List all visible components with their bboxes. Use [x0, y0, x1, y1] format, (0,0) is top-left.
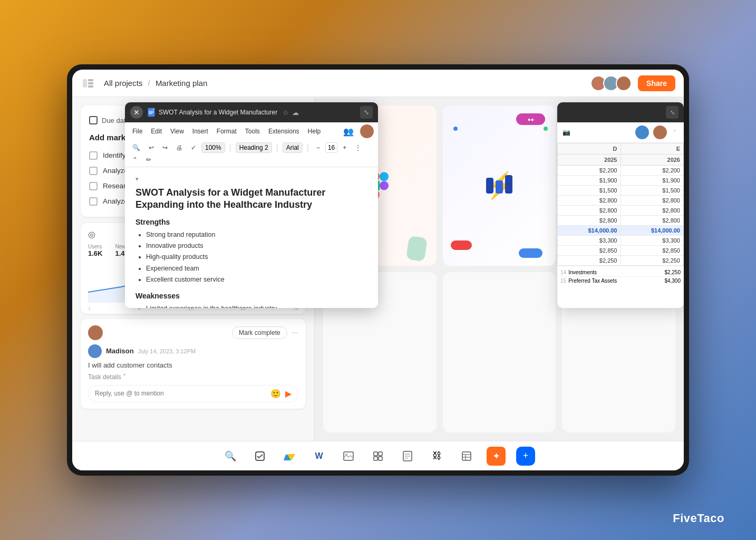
- gdoc-menu-view[interactable]: View: [167, 127, 187, 136]
- app-card-bottom-2[interactable]: [443, 272, 556, 432]
- gdoc-menu-edit[interactable]: Edit: [148, 127, 165, 136]
- print-button[interactable]: 🖨: [173, 143, 186, 152]
- more-options-icon[interactable]: ···: [292, 328, 298, 338]
- svg-rect-20: [149, 113, 152, 114]
- gdoc-share-users-icon[interactable]: 👥: [343, 127, 354, 137]
- svg-rect-9: [486, 178, 493, 194]
- gdoc-menu-tools[interactable]: Tools: [242, 127, 263, 136]
- add-toolbar-button[interactable]: +: [516, 447, 535, 466]
- gdoc-close-button[interactable]: ✕: [130, 106, 143, 119]
- sheet-expand-button[interactable]: ⤡: [666, 106, 679, 119]
- commenter-name: Madison: [106, 347, 134, 355]
- gdoc-app-bar: File Edit View Insert Format Tools Exten…: [125, 122, 378, 167]
- link-toolbar-button[interactable]: ⛓: [428, 447, 447, 466]
- notes-toolbar-button[interactable]: [398, 447, 417, 466]
- commenter-avatar: [88, 344, 102, 358]
- check-toolbar-button[interactable]: [250, 447, 269, 466]
- google-drive-toolbar-button[interactable]: [280, 447, 299, 466]
- svg-rect-31: [374, 457, 377, 460]
- task-checkbox-2[interactable]: [89, 167, 98, 175]
- make-logo-svg: [481, 167, 518, 204]
- font-select[interactable]: Arial: [283, 142, 303, 153]
- col-d-header: D: [558, 143, 621, 155]
- dot-blue: [453, 127, 458, 131]
- task-checkbox-1[interactable]: [89, 151, 98, 160]
- collaborators-avatars: [590, 75, 632, 91]
- gdoc-weaknesses-title: Weaknesses: [135, 292, 367, 300]
- heading-select[interactable]: Heading 2: [236, 142, 272, 153]
- spreadsheet-panel[interactable]: ⤡ 📷 ˄ D E: [557, 102, 684, 308]
- year-2026-header: 2026: [621, 155, 684, 166]
- gdoc-menu-format[interactable]: Format: [214, 127, 240, 136]
- gdoc-menu-help[interactable]: Help: [305, 127, 324, 136]
- gdoc-title-area: SWOT Analysis for a Widget Manufacturer …: [147, 108, 356, 117]
- sparkle-toolbar-button[interactable]: ✦: [487, 447, 506, 466]
- list-item: High-quality products: [146, 252, 367, 263]
- undo-button[interactable]: ↩: [146, 143, 157, 152]
- table-row: $2,800 $2,800: [558, 216, 684, 226]
- svg-rect-1: [88, 79, 93, 81]
- list-item: Strong brand reputation: [146, 229, 367, 240]
- table-total-row: $14,000.00 $14,000.00: [558, 226, 684, 236]
- font-size-value: 16: [325, 142, 337, 153]
- more-tools-button[interactable]: ⋮: [352, 143, 364, 152]
- stat-users: Users 1.6K: [88, 244, 102, 257]
- gdoc-strengths-title: Strengths: [135, 218, 367, 226]
- bubble-blue: [519, 248, 542, 258]
- gdoc-modal[interactable]: ✕ SWOT Analysis for a Widget Manufacture…: [125, 102, 378, 308]
- table-toolbar-button[interactable]: [457, 447, 476, 466]
- dot-green: [544, 127, 548, 131]
- font-size-decrease[interactable]: −: [313, 143, 323, 152]
- make-card[interactable]: ⚡ ●●: [443, 105, 556, 266]
- main-content: Due date: Jul 16, 2023 Add marketing res…: [72, 97, 684, 441]
- font-size-increase[interactable]: +: [340, 143, 350, 152]
- toggle-toolbar-button[interactable]: ⌃: [129, 155, 141, 165]
- gdoc-user-avatar: [360, 124, 374, 138]
- table-row: $2,800 $2,800: [558, 206, 684, 216]
- spellcheck-button[interactable]: ✓: [188, 143, 199, 152]
- comment-body: I will add customer contacts: [88, 361, 298, 369]
- gdoc-toolbar: 🔍 ↩ ↪ 🖨 ✓ 100% | Heading 2 | Arial | −: [129, 140, 374, 167]
- sheet-camera-icon: 📷: [563, 129, 570, 136]
- search-tool-button[interactable]: 🔍: [129, 143, 143, 152]
- bubble-red: [451, 240, 472, 250]
- table-row: $1,900 $1,900: [558, 176, 684, 186]
- grid-toolbar-button[interactable]: [369, 447, 387, 466]
- header: All projects / Marketing plan Share: [72, 70, 684, 97]
- emoji-icon[interactable]: 🙂: [270, 389, 281, 399]
- col-e-header: E: [621, 143, 684, 155]
- svg-rect-37: [462, 452, 471, 460]
- gdoc-menu-extensions[interactable]: Extensions: [265, 127, 303, 136]
- device-frame: All projects / Marketing plan Share: [67, 64, 689, 476]
- task-details-link[interactable]: Task details ˅: [88, 373, 298, 381]
- cloud-icon: ☁: [292, 109, 299, 117]
- word-toolbar-button[interactable]: W: [309, 447, 328, 466]
- svg-rect-18: [149, 111, 154, 111]
- image-toolbar-button[interactable]: [339, 447, 358, 466]
- mark-complete-button[interactable]: Mark complete: [232, 326, 287, 339]
- task-checkbox-4[interactable]: [89, 197, 98, 206]
- pen-tool-button[interactable]: ✏: [143, 155, 154, 165]
- share-button[interactable]: Share: [638, 75, 675, 91]
- reply-input[interactable]: [95, 390, 266, 397]
- gdoc-menu-insert[interactable]: Insert: [189, 127, 211, 136]
- svg-rect-10: [496, 180, 503, 194]
- redo-button[interactable]: ↪: [159, 143, 171, 152]
- send-icon[interactable]: ▶: [285, 389, 292, 399]
- table-row: $2,850 $2,850: [558, 246, 684, 256]
- year-2025-header: 2025: [558, 155, 621, 166]
- svg-rect-11: [505, 175, 512, 194]
- row-14-value: $2,250: [664, 269, 681, 275]
- svg-rect-29: [374, 452, 377, 456]
- search-toolbar-button[interactable]: 🔍: [221, 447, 240, 466]
- gdoc-expand-button[interactable]: ⤡: [360, 106, 373, 119]
- task-checkbox-3[interactable]: [89, 182, 98, 190]
- analytics-icon: ◎: [88, 229, 95, 239]
- avatar-3: [616, 75, 632, 91]
- row-15-label: 15Preferred Tax Assets: [560, 278, 617, 284]
- bottom-toolbar: 🔍 W: [72, 441, 684, 470]
- sidebar-toggle-button[interactable]: [81, 76, 95, 91]
- breadcrumb-all[interactable]: All projects: [104, 79, 142, 88]
- zoom-select[interactable]: 100%: [201, 142, 225, 153]
- gdoc-menu-file[interactable]: File: [129, 127, 146, 136]
